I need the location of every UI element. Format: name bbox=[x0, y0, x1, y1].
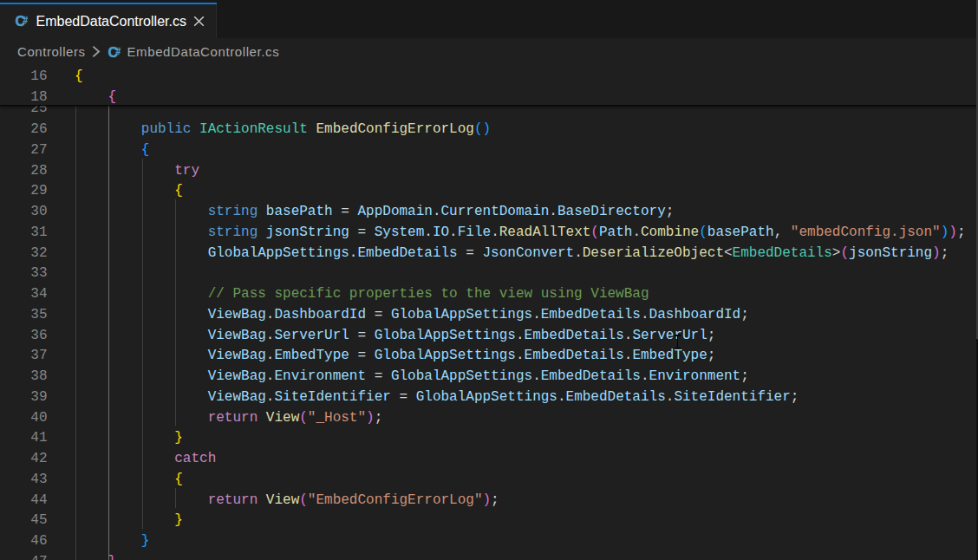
svg-text:#: # bbox=[116, 47, 121, 56]
svg-text:#: # bbox=[23, 16, 29, 25]
